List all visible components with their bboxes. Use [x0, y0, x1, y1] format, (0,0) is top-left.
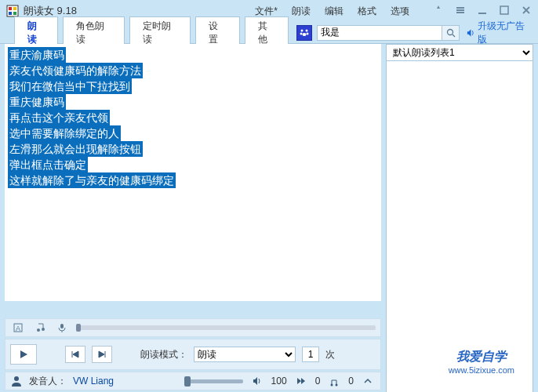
svg-point-19	[37, 328, 40, 332]
paw-button[interactable]	[296, 25, 313, 41]
svg-rect-8	[478, 13, 486, 14]
svg-rect-9	[500, 6, 508, 14]
playback-row: 朗读模式： 朗读 次	[5, 339, 381, 370]
volume-icon[interactable]	[249, 374, 265, 388]
svg-point-14	[303, 33, 307, 36]
play-icon	[18, 349, 29, 360]
menu-options[interactable]: 选项	[391, 5, 409, 18]
prev-button[interactable]	[65, 346, 85, 363]
minimize-icon[interactable]	[477, 5, 488, 18]
svg-rect-1	[9, 7, 12, 10]
editor-line[interactable]: 重庆健康码	[8, 94, 66, 110]
pitch-value: 0	[348, 376, 354, 387]
toolbar: 朗读 角色朗读 定时朗读 设置 其他 升级无广告版	[0, 22, 538, 44]
text-editor[interactable]: 重庆渝康码亲友代领健康码的解除方法我们在微信当中下拉找到重庆健康码再点击这个亲友…	[5, 44, 381, 301]
progress-row: A	[5, 318, 381, 337]
editor-line[interactable]: 选中需要解除绑定的人	[8, 125, 121, 141]
speaker-icon	[466, 28, 474, 38]
pin-icon[interactable]	[433, 5, 444, 18]
svg-point-11	[306, 29, 308, 31]
search-button[interactable]	[442, 25, 460, 41]
mode-select[interactable]: 朗读	[194, 347, 296, 362]
svg-point-24	[331, 384, 333, 387]
svg-point-12	[300, 32, 303, 34]
editor-line[interactable]: 这样就解除了与亲友的健康码绑定	[8, 172, 176, 188]
close-icon[interactable]	[521, 5, 532, 18]
microphone-icon[interactable]	[54, 321, 70, 335]
search-icon	[446, 28, 456, 38]
svg-point-10	[301, 29, 304, 31]
watermark: 我爱自学 www.5izixue.com	[449, 349, 514, 375]
editor-line[interactable]: 我们在微信当中下拉找到	[8, 78, 132, 94]
svg-point-20	[42, 328, 45, 331]
count-suffix: 次	[325, 348, 335, 361]
maximize-icon[interactable]	[499, 5, 510, 18]
svg-text:A: A	[16, 325, 20, 332]
mode-label: 朗读模式：	[140, 348, 187, 361]
svg-rect-5	[456, 7, 464, 9]
editor-line[interactable]: 左滑那么就会出现解除按钮	[8, 141, 143, 157]
speed-value: 0	[315, 376, 321, 387]
editor-line[interactable]: 重庆渝康码	[8, 47, 66, 63]
svg-point-23	[14, 376, 19, 381]
search-input[interactable]	[317, 25, 442, 41]
voice-name[interactable]: VW Liang	[73, 376, 114, 387]
editor-line[interactable]: 亲友代领健康码的解除方法	[8, 63, 143, 78]
expand-icon[interactable]	[360, 374, 376, 388]
upgrade-link[interactable]: 升级无广告版	[466, 20, 530, 46]
editor-line[interactable]: 再点击这个亲友代领	[8, 110, 110, 125]
count-input[interactable]	[302, 347, 319, 362]
marker-a-icon[interactable]: A	[10, 321, 26, 335]
music-note-icon[interactable]	[32, 321, 48, 335]
svg-rect-3	[9, 12, 12, 15]
menu-read[interactable]: 朗读	[292, 5, 311, 18]
svg-point-13	[307, 32, 309, 34]
pitch-icon[interactable]	[326, 374, 342, 388]
svg-rect-6	[456, 9, 464, 11]
playlist-box[interactable]	[386, 61, 533, 392]
svg-rect-2	[13, 7, 16, 10]
menu-format[interactable]: 格式	[358, 5, 376, 18]
voice-label: 发音人：	[29, 375, 67, 388]
settings-icon[interactable]	[455, 5, 466, 18]
editor-line[interactable]: 弹出框点击确定	[8, 157, 88, 172]
progress-slider[interactable]	[76, 325, 376, 330]
svg-rect-7	[456, 12, 464, 13]
svg-point-25	[336, 384, 338, 387]
person-icon	[10, 375, 23, 387]
playlist-select[interactable]: 默认朗读列表1	[386, 44, 533, 61]
scrub-slider[interactable]	[184, 379, 242, 383]
voice-row: 发音人： VW Liang 100 0 0	[5, 372, 381, 390]
volume-value: 100	[271, 376, 287, 387]
svg-rect-4	[13, 12, 16, 15]
menu-edit[interactable]: 编辑	[325, 5, 344, 18]
speed-icon[interactable]	[293, 374, 309, 388]
svg-point-15	[447, 29, 453, 34]
svg-rect-21	[60, 324, 64, 328]
svg-line-16	[453, 34, 455, 37]
play-button[interactable]	[10, 344, 37, 365]
next-button[interactable]	[92, 346, 112, 363]
